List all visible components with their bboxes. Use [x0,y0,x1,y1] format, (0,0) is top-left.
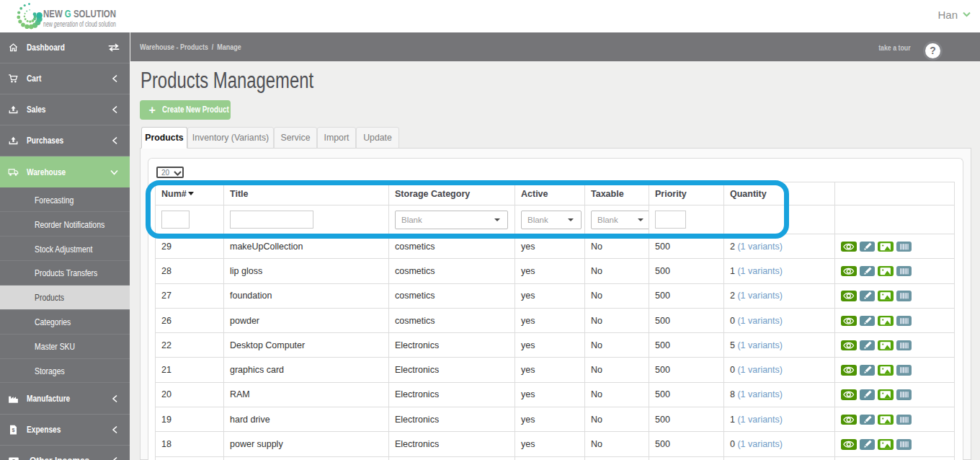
svg-text:$: $ [12,427,14,433]
svg-text:NEW G SOLUTION: NEW G SOLUTION [43,7,116,19]
svg-text:new generation of cloud soluti: new generation of cloud solution [43,20,116,28]
